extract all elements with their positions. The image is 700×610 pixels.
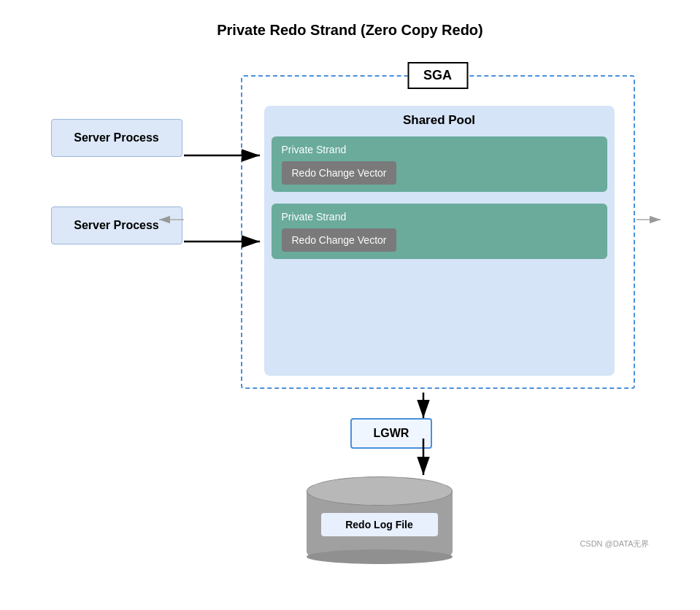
- sga-label: SGA: [407, 62, 468, 89]
- shared-pool-box: Shared Pool Private Strand Redo Change V…: [264, 106, 615, 376]
- main-title: Private Redo Strand (Zero Copy Redo): [217, 22, 483, 39]
- private-strand-label-2: Private Strand: [282, 211, 597, 223]
- page-container: Private Redo Strand (Zero Copy Redo) SGA…: [0, 0, 700, 610]
- diagram-area: SGA Shared Pool Private Strand Redo Chan…: [36, 61, 664, 557]
- private-strand-2: Private Strand Redo Change Vector: [272, 204, 607, 259]
- redo-change-vector-label-1: Redo Change Vector: [292, 167, 387, 179]
- sga-box: SGA Shared Pool Private Strand Redo Chan…: [241, 75, 635, 389]
- private-strand-label-1: Private Strand: [282, 144, 597, 155]
- server-process-label-1: Server Process: [74, 131, 159, 144]
- private-strand-1: Private Strand Redo Change Vector: [272, 136, 607, 192]
- redo-change-vector-2: Redo Change Vector: [282, 228, 397, 252]
- server-process-box-2: Server Process: [51, 206, 182, 244]
- server-process-box-1: Server Process: [51, 119, 182, 157]
- redo-change-vector-label-2: Redo Change Vector: [292, 234, 387, 246]
- cylinder-bottom-ellipse: [307, 549, 453, 564]
- redo-log-file-label: Redo Log File: [321, 513, 438, 536]
- lgwr-box: LGWR: [350, 418, 433, 449]
- shared-pool-label: Shared Pool: [272, 113, 607, 128]
- watermark: CSDN @DATA无界: [580, 538, 649, 549]
- server-process-label-2: Server Process: [74, 219, 159, 232]
- cylinder-top: [307, 476, 453, 506]
- redo-change-vector-1: Redo Change Vector: [282, 161, 397, 185]
- cylinder-container: Redo Log File: [307, 476, 453, 564]
